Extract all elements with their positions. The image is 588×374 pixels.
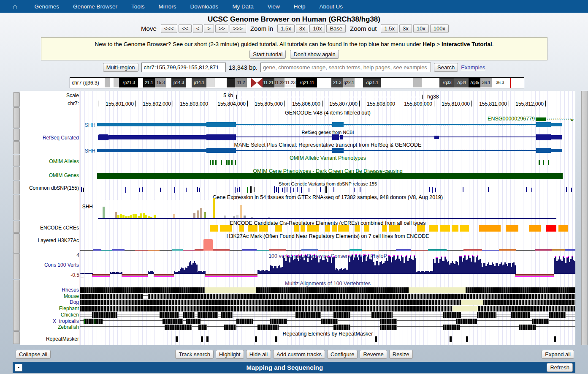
omim-allele-tick[interactable] bbox=[548, 160, 549, 165]
dbsnp-variant-tick[interactable] bbox=[435, 188, 436, 192]
repeat-element[interactable] bbox=[554, 336, 556, 342]
collapse-group-button[interactable]: - bbox=[15, 364, 22, 371]
gene-exon-refseq-shh[interactable] bbox=[98, 134, 109, 140]
repeat-element[interactable] bbox=[375, 336, 377, 342]
ccre-element[interactable] bbox=[558, 225, 568, 232]
gtex-expression-bar[interactable] bbox=[135, 214, 137, 218]
track-reorder-handle[interactable] bbox=[13, 128, 20, 141]
omim-allele-tick[interactable] bbox=[212, 160, 214, 165]
ccre-element[interactable] bbox=[325, 225, 330, 232]
ccre-element[interactable] bbox=[506, 225, 518, 232]
highlight-button[interactable]: Highlight bbox=[216, 350, 244, 359]
dbsnp-variant-tick[interactable] bbox=[285, 187, 285, 193]
dbsnp-variant-tick[interactable] bbox=[254, 187, 255, 192]
zoom-out-button-100x[interactable]: 100x bbox=[430, 24, 449, 33]
ccre-element[interactable] bbox=[294, 225, 299, 232]
omim-allele-tick[interactable] bbox=[235, 160, 236, 165]
gene-exon-gencode-shh[interactable] bbox=[206, 122, 236, 127]
gene-exon-mane-shh[interactable] bbox=[206, 148, 236, 153]
ccre-element[interactable] bbox=[307, 225, 319, 232]
genome-tracks-image[interactable]: Scalechr7:5 kbhg38155,801,000155,802,000… bbox=[20, 91, 575, 345]
dbsnp-variant-tick[interactable] bbox=[282, 188, 283, 192]
omim-allele-tick[interactable] bbox=[231, 160, 233, 165]
gtex-expression-bar[interactable] bbox=[213, 198, 215, 218]
nav-item-downloads[interactable]: Downloads bbox=[190, 3, 219, 10]
track-reorder-handle[interactable] bbox=[13, 181, 20, 194]
omim-allele-tick[interactable] bbox=[543, 160, 544, 165]
dbsnp-variant-tick[interactable] bbox=[142, 187, 143, 192]
refresh-button[interactable]: Refresh bbox=[547, 363, 573, 372]
gtex-expression-bar[interactable] bbox=[193, 213, 195, 218]
ccre-element[interactable] bbox=[460, 225, 469, 232]
track-label-shh[interactable]: SHH bbox=[20, 122, 95, 128]
dbsnp-variant-tick[interactable] bbox=[274, 186, 275, 193]
zoom-out-button-1.5x[interactable]: 1.5x bbox=[381, 24, 398, 33]
omim-genes-bar[interactable] bbox=[97, 173, 563, 179]
track-title-short-genetic-vari[interactable]: Short Genetic Variants from dbSNP releas… bbox=[80, 181, 575, 186]
dbsnp-variant-tick[interactable] bbox=[429, 187, 430, 192]
track-label-encode-ccres[interactable]: ENCODE cCREs bbox=[20, 225, 79, 231]
zoom-out-button-10x[interactable]: 10x bbox=[413, 24, 429, 33]
dbsnp-variant-tick[interactable] bbox=[197, 187, 198, 192]
dbsnp-variant-tick[interactable] bbox=[293, 188, 294, 192]
track-reorder-handle[interactable] bbox=[13, 195, 20, 220]
nav-item-genome-browser[interactable]: Genome Browser bbox=[73, 3, 117, 10]
track-title-multiz-alignments-[interactable]: Multiz Alignments of 100 Vertebrates bbox=[80, 281, 575, 287]
dbsnp-variant-tick[interactable] bbox=[309, 188, 309, 192]
search-button[interactable]: Search bbox=[434, 63, 458, 72]
repeat-element[interactable] bbox=[275, 336, 277, 342]
gtex-expression-bar[interactable] bbox=[140, 213, 142, 218]
nav-item-tools[interactable]: Tools bbox=[131, 3, 145, 10]
dbsnp-variant-tick[interactable] bbox=[526, 187, 527, 192]
gtex-expression-bar[interactable] bbox=[120, 214, 122, 218]
move-button-[interactable]: << bbox=[179, 24, 192, 33]
right-resize-strip[interactable] bbox=[581, 91, 588, 345]
zoom-in-button-3x[interactable]: 3x bbox=[296, 24, 309, 33]
repeat-element[interactable] bbox=[176, 336, 178, 342]
track-title-mane-select-plus-c[interactable]: MANE Select Plus Clinical: Representativ… bbox=[80, 142, 575, 148]
dbsnp-variant-tick[interactable] bbox=[320, 187, 321, 192]
dbsnp-variant-tick[interactable] bbox=[199, 188, 200, 192]
track-reorder-handle[interactable] bbox=[13, 167, 20, 180]
track-label-refseq-curated[interactable]: RefSeq Curated bbox=[20, 135, 79, 141]
dbsnp-variant-tick[interactable] bbox=[297, 187, 298, 192]
nav-item-genomes[interactable]: Genomes bbox=[34, 3, 59, 10]
dbsnp-variant-tick[interactable] bbox=[360, 187, 360, 192]
move-button-[interactable]: < bbox=[193, 24, 203, 33]
gene-exon-refseq-shh[interactable] bbox=[332, 134, 339, 140]
ccre-element[interactable] bbox=[248, 225, 257, 232]
species-label-chicken[interactable]: Chicken bbox=[20, 312, 79, 318]
ccre-element[interactable] bbox=[429, 225, 438, 232]
move-button-[interactable]: > bbox=[204, 24, 214, 33]
dbsnp-variant-tick[interactable] bbox=[333, 187, 334, 192]
species-label-elephant[interactable]: Elephant bbox=[20, 306, 79, 311]
gtex-expression-bar[interactable] bbox=[122, 215, 125, 218]
repeat-element[interactable] bbox=[206, 336, 209, 342]
nav-item-help[interactable]: Help bbox=[294, 3, 306, 10]
ccre-element[interactable] bbox=[440, 225, 450, 232]
repeat-element[interactable] bbox=[450, 336, 452, 342]
dbsnp-variant-tick[interactable] bbox=[290, 187, 291, 193]
track-title-h3k27ac-mark-ofte[interactable]: H3K27Ac Mark (Often Found Near Regulator… bbox=[80, 233, 575, 239]
omim-allele-tick[interactable] bbox=[226, 160, 228, 165]
species-label-mouse[interactable]: Mouse bbox=[20, 293, 79, 299]
gtex-expression-bar[interactable] bbox=[200, 208, 202, 218]
gtex-expression-bar[interactable] bbox=[130, 215, 132, 218]
ccre-element[interactable] bbox=[220, 225, 232, 232]
omim-allele-tick[interactable] bbox=[210, 160, 211, 165]
track-reorder-handle[interactable] bbox=[13, 155, 20, 166]
ccre-element[interactable] bbox=[301, 225, 305, 232]
dont-show-again-button[interactable]: Don't show again bbox=[290, 50, 339, 59]
dbsnp-variant-tick[interactable] bbox=[531, 188, 532, 192]
dbsnp-variant-tick[interactable] bbox=[139, 188, 140, 192]
track-label-omim-alleles[interactable]: OMIM Alleles bbox=[20, 158, 79, 164]
gtex-expression-bar[interactable] bbox=[173, 214, 175, 218]
track-reorder-handle[interactable] bbox=[13, 331, 20, 344]
gene-exon-refseq-shh[interactable] bbox=[536, 134, 551, 140]
dbsnp-variant-tick[interactable] bbox=[235, 187, 236, 193]
ccre-element[interactable] bbox=[332, 225, 337, 232]
ccre-element[interactable] bbox=[338, 225, 349, 232]
gtex-expression-bar[interactable] bbox=[197, 210, 199, 218]
track-title-100-vertebrates-ba[interactable]: 100 vertebrates Basewise Conservation by… bbox=[80, 253, 575, 259]
omim-allele-tick[interactable] bbox=[221, 160, 222, 165]
